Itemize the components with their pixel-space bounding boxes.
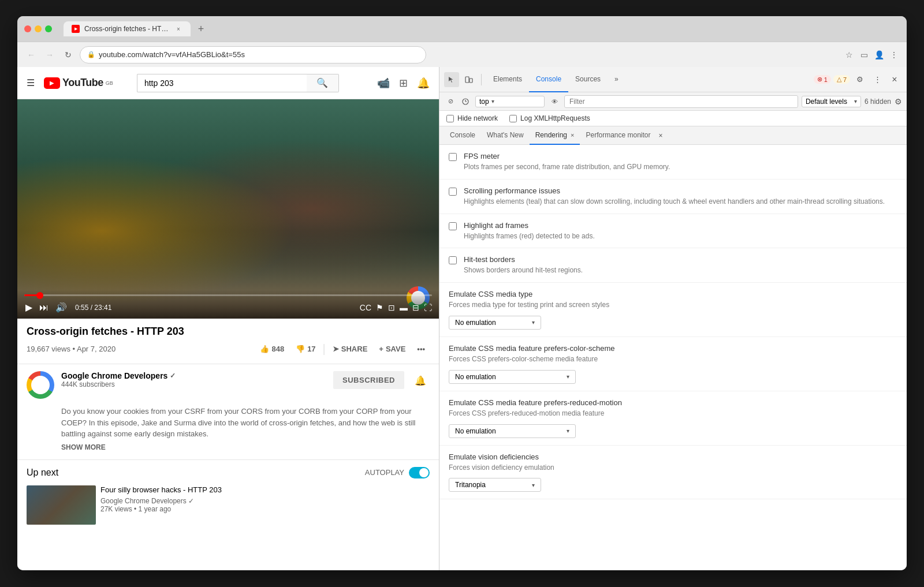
address-bar[interactable]: 🔒 youtube.com/watch?v=vfAHa5GBLio&t=55s — [80, 46, 426, 63]
scrolling-perf-checkbox[interactable] — [449, 188, 457, 196]
notifications-icon[interactable]: 🔔 — [417, 77, 430, 89]
tab-whats-new[interactable]: What's New — [481, 126, 530, 145]
tab-performance-monitor[interactable]: Performance monitor — [580, 126, 656, 145]
next-video-channel: Google Chrome Developers ✓ — [100, 497, 430, 505]
customize-devtools-button[interactable]: ⋮ — [870, 72, 885, 87]
next-button[interactable]: ⏭ — [38, 301, 50, 314]
fps-meter-checkbox[interactable] — [449, 153, 457, 161]
verified-badge: ✓ — [170, 372, 176, 380]
theater-icon[interactable]: ▬ — [400, 303, 408, 312]
tab-console[interactable]: Console — [529, 67, 568, 92]
drawer-close-button[interactable]: × — [657, 129, 665, 142]
new-tab-button[interactable]: + — [193, 21, 209, 37]
dislike-button[interactable]: 👎 17 — [291, 341, 320, 357]
emulate-vision-arrow: ▾ — [532, 482, 535, 488]
show-more-button[interactable]: SHOW MORE — [61, 440, 430, 453]
forward-button[interactable]: → — [43, 48, 57, 62]
hamburger-menu-icon[interactable]: ☰ — [27, 77, 35, 88]
hide-network-checkbox[interactable] — [446, 115, 454, 122]
channel-avatar[interactable] — [27, 371, 54, 399]
hit-test-checkbox[interactable] — [449, 256, 457, 264]
log-xml-text: Log XMLHttpRequests — [520, 114, 590, 122]
notification-bell-icon[interactable]: 🔔 — [411, 371, 430, 390]
log-level-dropdown[interactable]: Default levels ▾ — [802, 96, 861, 107]
refresh-button[interactable]: ↻ — [61, 48, 75, 62]
rendering-tab-close[interactable]: × — [571, 132, 574, 139]
share-button[interactable]: ➤ SHARE — [328, 341, 372, 357]
bookmark-icon[interactable]: ☆ — [843, 49, 855, 61]
youtube-logo-icon — [44, 77, 60, 89]
subscribe-button[interactable]: SUBSCRIBED — [333, 371, 404, 389]
video-player[interactable]: ▶ ⏭ 🔊 0:55 / 23:41 CC ⚑ ⊡ ▬ ⊟ ⛶ — [17, 99, 439, 319]
youtube-logo-text: YouTube — [62, 77, 103, 89]
up-next-section: Up next AUTOPLAY Four silly browser hack… — [17, 459, 439, 532]
tab-console-drawer[interactable]: Console — [444, 126, 481, 145]
close-devtools-button[interactable]: × — [887, 72, 902, 87]
ctrl-right: CC ⚑ ⊡ ▬ ⊟ ⛶ — [360, 303, 432, 312]
cast-icon[interactable]: ⊟ — [412, 303, 419, 312]
progress-bar[interactable] — [24, 294, 432, 296]
video-create-icon[interactable]: 📹 — [377, 77, 390, 89]
console-settings-button[interactable]: ⚙ — [895, 97, 902, 106]
eye-button[interactable]: 👁 — [548, 95, 561, 108]
log-xml-label[interactable]: Log XMLHttpRequests — [509, 114, 590, 122]
fullscreen-icon[interactable]: ⛶ — [424, 303, 432, 312]
tab-close-button[interactable]: × — [174, 25, 182, 33]
preserve-log-button[interactable] — [459, 95, 472, 108]
chapters-icon[interactable]: ⚑ — [376, 303, 383, 312]
save-button[interactable]: + SAVE — [374, 341, 410, 357]
emulate-color-scheme-dropdown[interactable]: No emulation ▾ — [449, 370, 576, 384]
hide-network-label[interactable]: Hide network — [446, 114, 498, 122]
emulate-media-value: No emulation — [455, 319, 496, 327]
scrolling-perf-header: Scrolling performance issues Highlights … — [449, 186, 897, 207]
tab-sources[interactable]: Sources — [568, 67, 608, 92]
youtube-logo[interactable]: YouTubeGB — [44, 77, 113, 89]
next-video-card[interactable]: Four silly browser hacks - HTTP 203 Goog… — [27, 485, 430, 525]
mute-button[interactable]: 🔊 — [54, 301, 68, 314]
devtools-panel: Elements Console Sources » ⊗ 1 — [439, 67, 907, 570]
inspect-element-button[interactable] — [444, 72, 459, 87]
emulate-media-dropdown[interactable]: No emulation ▾ — [449, 316, 541, 330]
tab-elements[interactable]: Elements — [486, 67, 529, 92]
emulate-vision-dropdown[interactable]: Tritanopia ▾ — [449, 478, 541, 492]
main-area: ☰ YouTubeGB 🔍 📹 ⊞ 🔔 — [17, 67, 907, 570]
log-xml-checkbox[interactable] — [509, 115, 517, 122]
emulate-vision-value: Tritanopia — [455, 481, 486, 489]
video-background — [17, 99, 439, 319]
more-button[interactable]: ••• — [412, 341, 430, 357]
miniplayer-icon[interactable]: ⊡ — [388, 303, 395, 312]
device-toolbar-button[interactable] — [461, 72, 476, 87]
channel-name-text[interactable]: Google Chrome Developers — [61, 371, 167, 380]
menu-icon[interactable]: ⋮ — [888, 49, 900, 61]
play-button[interactable]: ▶ — [24, 301, 33, 314]
settings-button[interactable]: ⚙ — [852, 72, 867, 87]
clear-console-button[interactable]: ⊘ — [444, 95, 457, 108]
save-icon: + — [379, 345, 383, 353]
screenshot-icon[interactable]: ▭ — [858, 49, 870, 61]
like-button[interactable]: 👍 848 — [255, 341, 289, 357]
minimize-button[interactable] — [35, 25, 42, 32]
cursor-icon — [448, 76, 456, 84]
back-button[interactable]: ← — [24, 48, 38, 62]
emulate-reduced-motion-dropdown[interactable]: No emulation ▾ — [449, 424, 576, 438]
scrolling-perf-desc: Highlights elements (teal) that can slow… — [464, 197, 897, 207]
browser-tab[interactable]: Cross-origin fetches - HTTP 2... × — [64, 21, 191, 36]
search-input[interactable] — [137, 74, 307, 92]
subtitles-icon[interactable]: CC — [360, 303, 371, 312]
profile-icon[interactable]: 👤 — [873, 49, 885, 61]
maximize-button[interactable] — [45, 25, 52, 32]
tab-more[interactable]: » — [608, 67, 625, 92]
context-selector[interactable]: top ▾ — [475, 96, 545, 107]
filter-input[interactable] — [564, 95, 798, 108]
fps-meter-header: FPS meter Plots frames per second, frame… — [449, 152, 897, 172]
tab-rendering[interactable]: Rendering × — [530, 126, 580, 145]
apps-icon[interactable]: ⊞ — [399, 77, 408, 89]
progress-handle[interactable] — [36, 292, 43, 299]
emulate-reduced-motion-select: No emulation ▾ — [449, 424, 897, 438]
tab-title: Cross-origin fetches - HTTP 2... — [84, 25, 170, 33]
autoplay-switch[interactable] — [409, 467, 430, 478]
search-button[interactable]: 🔍 — [307, 74, 339, 92]
highlight-ads-checkbox[interactable] — [449, 222, 457, 230]
emulate-vision-select: Tritanopia ▾ — [449, 478, 897, 492]
close-button[interactable] — [24, 25, 31, 32]
